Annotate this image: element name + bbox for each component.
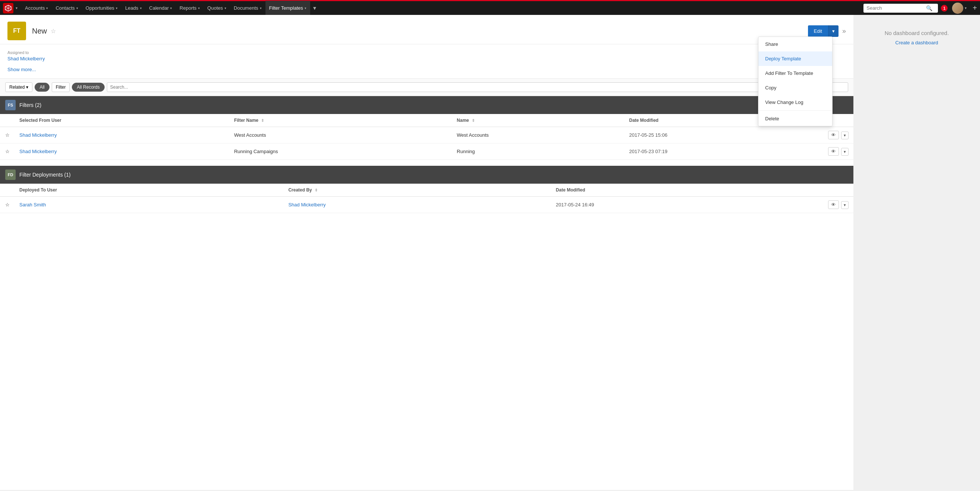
row-1-date: 2017-05-25 15:06	[625, 127, 824, 143]
app-logo[interactable]	[3, 3, 13, 13]
dep-row-1-actions: 👁 ▾	[824, 197, 853, 213]
assigned-to-value[interactable]: Shad Mickelberry	[8, 56, 846, 61]
nav-item-calendar[interactable]: Calendar ▾	[146, 1, 176, 16]
dropdown-share[interactable]: Share	[759, 37, 832, 51]
dep-row-1-star[interactable]: ☆	[0, 197, 15, 213]
filters-subpanel-header[interactable]: FS Filters (2)	[0, 96, 853, 114]
filters-subpanel-badge: FS	[5, 100, 16, 110]
dep-row-1-deployed-to[interactable]: Sarah Smith	[15, 197, 284, 213]
nav-logo-dropdown[interactable]: ▾	[16, 6, 18, 10]
edit-dropdown-menu: Share Deploy Template Add Filter To Temp…	[758, 37, 832, 126]
top-navigation: ▾ Accounts ▾ Contacts ▾ Opportunities ▾ …	[0, 0, 980, 15]
row-1-actions: 👁 ▾	[824, 127, 853, 143]
row-2-user[interactable]: Shad Mickelberry	[15, 143, 230, 160]
deployments-subpanel-header[interactable]: FD Filter Deployments (1)	[0, 166, 853, 184]
row-2-view-button[interactable]: 👁	[828, 147, 839, 156]
col-selected-from-user: Selected From User	[15, 114, 230, 127]
col-star	[0, 114, 15, 127]
global-search[interactable]: 🔍	[864, 4, 938, 13]
dropdown-deploy-template[interactable]: Deploy Template	[759, 51, 832, 66]
all-records-tab[interactable]: All Records	[72, 83, 104, 92]
show-more-link[interactable]: Show more...	[8, 67, 36, 72]
related-button[interactable]: Related ▾	[5, 82, 32, 92]
record-header: FT New ☆ Edit ▾ » Share Deploy Template …	[0, 15, 853, 44]
dep-col-date-modified: Date Modified	[551, 184, 824, 197]
deployments-subpanel: FD Filter Deployments (1) Deployed To Us…	[0, 166, 853, 213]
nav-item-contacts[interactable]: Contacts ▾	[52, 1, 81, 16]
dep-col-deployed-to: Deployed To User	[15, 184, 284, 197]
avatar-image	[952, 3, 963, 14]
record-fields: Assigned to Shad Mickelberry Show more..…	[0, 44, 853, 78]
deployments-subpanel-badge: FD	[5, 169, 16, 180]
nav-item-opportunities[interactable]: Opportunities ▾	[82, 1, 121, 16]
row-2-filter-name: Running Campaigns	[230, 143, 452, 160]
dep-col-actions	[824, 184, 853, 197]
dropdown-divider	[759, 110, 832, 111]
nav-item-filter-templates[interactable]: Filter Templates ▾	[266, 1, 310, 16]
user-menu-arrow[interactable]: ▾	[965, 6, 967, 10]
dep-row-1-created-by[interactable]: Shad Mickelberry	[284, 197, 551, 213]
created-by-sort-icon[interactable]: ⇕	[315, 188, 318, 192]
row-1-view-button[interactable]: 👁	[828, 131, 839, 139]
nav-item-accounts[interactable]: Accounts ▾	[21, 1, 52, 16]
dep-col-star	[0, 184, 15, 197]
row-1-name: West Accounts	[452, 127, 625, 143]
row-2-dropdown-button[interactable]: ▾	[841, 148, 849, 156]
search-input[interactable]	[866, 5, 926, 11]
calendar-arrow: ▾	[170, 6, 172, 10]
nav-more-button[interactable]: ▾	[310, 5, 319, 11]
nav-item-quotes[interactable]: Quotes ▾	[204, 1, 230, 16]
col-filter-name: Filter Name ⇕	[230, 114, 452, 127]
right-panel: No dashboard configured. Create a dashbo…	[853, 15, 980, 490]
nav-item-reports[interactable]: Reports ▾	[176, 1, 204, 16]
left-panel: FT New ☆ Edit ▾ » Share Deploy Template …	[0, 15, 853, 490]
all-tab[interactable]: All	[35, 83, 49, 92]
filter-templates-arrow: ▾	[305, 6, 306, 10]
no-dashboard-text: No dashboard configured.	[861, 30, 972, 36]
filter-name-sort-icon[interactable]: ⇕	[261, 118, 264, 123]
row-1-star[interactable]: ☆	[0, 127, 15, 143]
table-row: ☆ Shad Mickelberry Running Campaigns Run…	[0, 143, 853, 160]
assigned-to-label: Assigned to	[8, 50, 846, 55]
dropdown-delete[interactable]: Delete	[759, 112, 832, 126]
deployments-table-body: ☆ Sarah Smith Shad Mickelberry 2017-05-2…	[0, 197, 853, 213]
create-dashboard-link[interactable]: Create a dashboard	[896, 40, 938, 45]
table-row: ☆ Sarah Smith Shad Mickelberry 2017-05-2…	[0, 197, 853, 213]
expand-button[interactable]: »	[842, 27, 846, 35]
dep-col-created-by: Created By ⇕	[284, 184, 551, 197]
col-name: Name ⇕	[452, 114, 625, 127]
filter-button[interactable]: Filter	[52, 82, 70, 92]
dropdown-add-filter[interactable]: Add Filter To Template	[759, 66, 832, 80]
record-title: New	[32, 27, 47, 35]
deployments-table: Deployed To User Created By ⇕ Date Modif…	[0, 184, 853, 213]
nav-item-leads[interactable]: Leads ▾	[121, 1, 145, 16]
main-layout: FT New ☆ Edit ▾ » Share Deploy Template …	[0, 15, 980, 490]
row-2-star[interactable]: ☆	[0, 143, 15, 160]
search-icon: 🔍	[926, 5, 932, 11]
subpanel-search-input[interactable]	[107, 82, 848, 92]
dep-row-1-view-button[interactable]: 👁	[828, 201, 839, 209]
dropdown-copy[interactable]: Copy	[759, 80, 832, 95]
user-avatar[interactable]	[952, 3, 963, 14]
edit-button[interactable]: Edit	[808, 26, 828, 37]
notification-badge[interactable]: 1	[941, 5, 948, 11]
dep-row-1-dropdown-button[interactable]: ▾	[841, 201, 849, 209]
header-actions: Edit ▾ »	[808, 26, 846, 37]
name-sort-icon[interactable]: ⇕	[472, 118, 475, 123]
leads-arrow: ▾	[140, 6, 142, 10]
dropdown-view-change-log[interactable]: View Change Log	[759, 95, 832, 110]
deployments-subpanel-title: Filter Deployments (1)	[19, 172, 71, 178]
add-button[interactable]: +	[972, 4, 977, 12]
edit-dropdown-button[interactable]: ▾	[828, 26, 838, 37]
filters-subpanel: FS Filters (2) Selected From User Filter…	[0, 96, 853, 160]
row-1-user[interactable]: Shad Mickelberry	[15, 127, 230, 143]
row-1-dropdown-button[interactable]: ▾	[841, 132, 849, 139]
row-2-name: Running	[452, 143, 625, 160]
documents-arrow: ▾	[260, 6, 262, 10]
filters-subpanel-title: Filters (2)	[19, 102, 41, 108]
filters-table-body: ☆ Shad Mickelberry West Accounts West Ac…	[0, 127, 853, 160]
row-2-actions: 👁 ▾	[824, 143, 853, 160]
nav-item-documents[interactable]: Documents ▾	[230, 1, 266, 16]
favorite-star[interactable]: ☆	[51, 27, 56, 35]
opportunities-arrow: ▾	[116, 6, 118, 10]
